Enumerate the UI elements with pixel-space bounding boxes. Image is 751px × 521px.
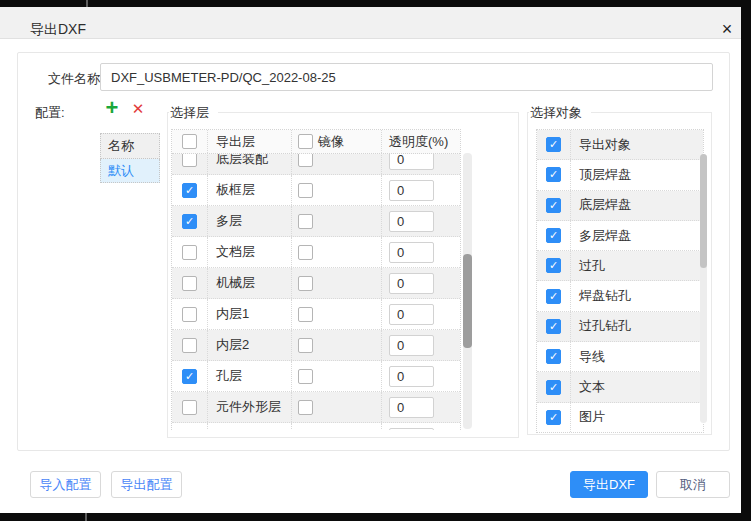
object-name: 多层焊盘	[571, 221, 703, 250]
layer-export-checkbox[interactable]: ✓	[182, 369, 197, 384]
app-frame-bottom-seam	[85, 513, 87, 521]
layer-name: 多层	[208, 206, 292, 236]
layer-mirror-checkbox[interactable]	[298, 245, 313, 260]
layer-mirror-checkbox[interactable]	[298, 369, 313, 384]
dialog-titlebar: 导出DXF ×	[0, 7, 741, 39]
layer-export-checkbox[interactable]	[182, 307, 197, 322]
export-config-button[interactable]: 导出配置	[111, 471, 182, 498]
object-checkbox[interactable]: ✓	[546, 380, 561, 395]
layer-name: 板框层	[208, 175, 292, 205]
delete-config-button[interactable]: ✕	[129, 100, 147, 118]
object-checkbox[interactable]: ✓	[546, 410, 561, 425]
layer-row: 元件外形层	[172, 392, 460, 423]
object-name: 文本	[571, 372, 703, 401]
export-dxf-button[interactable]: 导出DXF	[570, 471, 648, 498]
layer-export-checkbox[interactable]: ✓	[182, 183, 197, 198]
object-row: ✓顶层焊盘	[537, 160, 703, 190]
filename-input[interactable]	[100, 63, 713, 91]
object-row: ✓焊盘钻孔	[537, 281, 703, 311]
object-name: 顶层焊盘	[571, 160, 703, 189]
select-layers-group: 选择层 导出层 镜像 透明度(%) 底层装配✓板框层✓多层文档层机械层内层1内层…	[167, 112, 519, 438]
opacity-input[interactable]	[389, 211, 434, 232]
layer-mirror-checkbox[interactable]	[298, 338, 313, 353]
layer-mirror-checkbox[interactable]	[298, 276, 313, 291]
opacity-input[interactable]	[389, 335, 434, 356]
object-name: 导出对象	[571, 130, 703, 159]
opacity-input[interactable]	[389, 397, 434, 418]
object-checkbox[interactable]: ✓	[546, 319, 561, 334]
layer-export-checkbox[interactable]	[182, 245, 197, 260]
config-profile-table: 名称 默认	[100, 133, 160, 183]
layer-export-checkbox[interactable]	[182, 154, 197, 167]
objects-scrollbar-thumb[interactable]	[700, 154, 707, 268]
cancel-button[interactable]: 取消	[656, 471, 730, 498]
layer-row: 内层2	[172, 330, 460, 361]
object-checkbox[interactable]: ✓	[546, 137, 561, 152]
layer-row: 机械层	[172, 268, 460, 299]
export-layer-column-header: 导出层	[208, 130, 292, 153]
object-row: ✓图片	[537, 403, 703, 432]
objects-scrollbar[interactable]	[700, 154, 707, 423]
layer-mirror-checkbox[interactable]	[298, 307, 313, 322]
layers-scrollbar[interactable]	[463, 153, 472, 429]
import-config-button[interactable]: 导入配置	[30, 471, 101, 498]
layer-name: 底层装配	[208, 154, 292, 174]
select-objects-group: 选择对象 ✓导出对象✓顶层焊盘✓底层焊盘✓多层焊盘✓过孔✓焊盘钻孔✓过孔钻孔✓导…	[527, 112, 712, 435]
layers-table-header: 导出层 镜像 透明度(%)	[172, 130, 460, 154]
add-config-button[interactable]: +	[101, 97, 123, 119]
layer-name: 文档层	[208, 237, 292, 267]
layer-name: 元件标识层	[208, 423, 292, 430]
config-name-header: 名称	[100, 133, 160, 159]
opacity-input[interactable]	[389, 428, 434, 431]
object-name: 导线	[571, 342, 703, 371]
layer-name: 机械层	[208, 268, 292, 298]
object-rows: ✓导出对象✓顶层焊盘✓底层焊盘✓多层焊盘✓过孔✓焊盘钻孔✓过孔钻孔✓导线✓文本✓…	[536, 129, 704, 433]
layer-rows: 底层装配✓板框层✓多层文档层机械层内层1内层2✓孔层元件外形层元件标识层	[172, 154, 460, 430]
layer-name: 元件外形层	[208, 392, 292, 422]
opacity-input[interactable]	[389, 180, 434, 201]
layers-scrollbar-thumb[interactable]	[463, 254, 472, 348]
export-dxf-dialog: 导出DXF × 文件名称: 配置: + ✕ 名称 默认 选择层 导出层 镜像 透…	[0, 0, 751, 521]
layer-export-checkbox[interactable]: ✓	[182, 214, 197, 229]
object-row: ✓过孔	[537, 251, 703, 281]
layer-export-checkbox[interactable]	[182, 338, 197, 353]
layer-row: 内层1	[172, 299, 460, 330]
layers-scroll-viewport[interactable]: 底层装配✓板框层✓多层文档层机械层内层1内层2✓孔层元件外形层元件标识层	[172, 154, 460, 430]
mirror-column-header: 镜像	[292, 130, 382, 153]
mirror-all-checkbox[interactable]	[298, 134, 313, 149]
layer-mirror-checkbox[interactable]	[298, 400, 313, 415]
select-layers-title: 选择层	[169, 104, 218, 121]
object-checkbox[interactable]: ✓	[546, 167, 561, 182]
object-checkbox[interactable]: ✓	[546, 258, 561, 273]
layer-mirror-checkbox[interactable]	[298, 214, 313, 229]
app-frame-bottom	[0, 513, 751, 521]
object-name: 过孔	[571, 251, 703, 280]
opacity-input[interactable]	[389, 242, 434, 263]
object-checkbox[interactable]: ✓	[546, 349, 561, 364]
opacity-input[interactable]	[389, 304, 434, 325]
layer-row: ✓多层	[172, 206, 460, 237]
app-frame-top	[0, 0, 751, 7]
object-row: ✓过孔钻孔	[537, 312, 703, 342]
opacity-input[interactable]	[389, 154, 434, 170]
object-checkbox[interactable]: ✓	[546, 289, 561, 304]
select-all-layers-checkbox[interactable]	[182, 134, 197, 149]
object-checkbox[interactable]: ✓	[546, 198, 561, 213]
layer-name: 孔层	[208, 361, 292, 391]
layer-export-checkbox[interactable]	[182, 276, 197, 291]
select-objects-title: 选择对象	[529, 104, 591, 121]
opacity-input[interactable]	[389, 273, 434, 294]
object-checkbox[interactable]: ✓	[546, 228, 561, 243]
close-icon[interactable]: ×	[714, 18, 740, 42]
config-profile-row[interactable]: 默认	[100, 159, 160, 183]
layer-mirror-checkbox[interactable]	[298, 154, 313, 167]
layer-name: 内层1	[208, 299, 292, 329]
layer-export-checkbox[interactable]	[182, 400, 197, 415]
app-frame-right	[741, 0, 751, 521]
layer-row: 文档层	[172, 237, 460, 268]
config-profile-list: 默认	[100, 159, 160, 183]
opacity-input[interactable]	[389, 366, 434, 387]
layers-table: 导出层 镜像 透明度(%) 底层装配✓板框层✓多层文档层机械层内层1内层2✓孔层…	[171, 129, 461, 430]
object-row: ✓文本	[537, 372, 703, 402]
layer-mirror-checkbox[interactable]	[298, 183, 313, 198]
